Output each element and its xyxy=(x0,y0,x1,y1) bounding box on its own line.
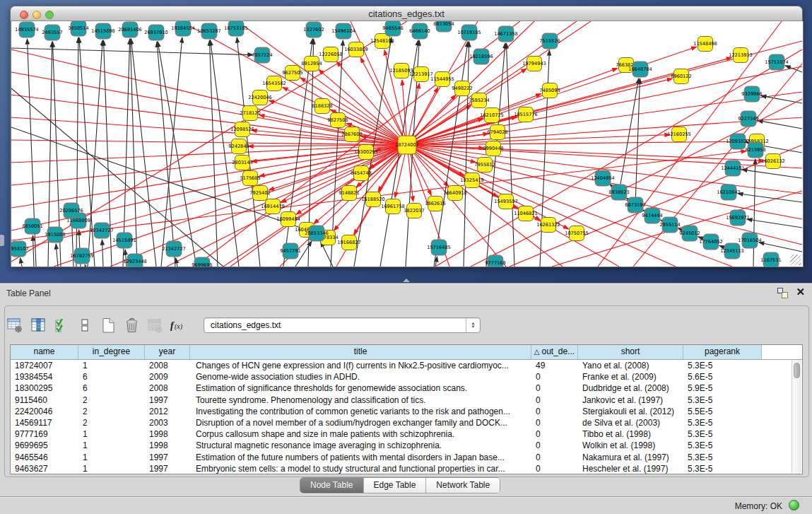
table-cell: 2009 xyxy=(145,371,190,382)
function-builder-button[interactable]: f(x) xyxy=(169,316,187,334)
import-table-button xyxy=(146,316,164,334)
network-select-dropdown[interactable]: citations_edges.txt ▲▼ xyxy=(204,317,481,333)
graph-node-label: 17016504 xyxy=(738,238,762,243)
graph-node-label: 14935574 xyxy=(15,27,39,33)
graph-node-label: 8186328 xyxy=(312,103,332,109)
table-cell: Estimation of the future numbers of pati… xyxy=(190,452,531,463)
graph-node-label: 12213913 xyxy=(729,52,753,58)
table-cell: 1997 xyxy=(145,395,190,406)
column-header-title[interactable]: title xyxy=(190,345,531,359)
graph-node-label: 1958107 xyxy=(11,246,29,252)
window-title-bar[interactable]: citations_edges.txt xyxy=(10,6,803,21)
table-cell: 0 xyxy=(531,440,578,451)
network-canvas[interactable]: 1872400712548104160338091222605889129549… xyxy=(11,21,804,267)
delete-column-button[interactable] xyxy=(122,316,141,334)
create-column-button[interactable] xyxy=(99,316,117,334)
scrollbar-thumb[interactable] xyxy=(794,363,800,378)
table-row[interactable]: 2242004622012Investigating the contribut… xyxy=(11,406,802,417)
graph-node-label: 12548104 xyxy=(370,38,394,44)
graph-node-label: 12404954 xyxy=(591,175,615,181)
table-row[interactable]: 969969511998Structural magnetic resonanc… xyxy=(11,440,802,451)
graph-node-label: 6466140 xyxy=(409,28,430,34)
column-header-year[interactable]: year xyxy=(145,345,190,359)
table-cell: 1998 xyxy=(145,428,190,440)
table-row[interactable]: 946554611997Estimation of the future num… xyxy=(11,452,802,463)
graph-node-label: 7485093 xyxy=(539,88,560,93)
graph-node-label: 16026132 xyxy=(761,158,785,164)
graph-node-label: 15188520 xyxy=(361,197,385,202)
table-panel-title: Table Panel xyxy=(6,288,51,298)
graph-node-label: 12444151 xyxy=(721,165,745,171)
memory-status-indicator[interactable] xyxy=(789,500,799,510)
select-all-button[interactable] xyxy=(52,316,71,334)
table-cell: Hescheler et al. (1997) xyxy=(578,463,683,474)
hidden-panel-grip[interactable] xyxy=(0,235,4,246)
tab-node-table[interactable]: Node Table xyxy=(300,478,363,493)
table-row[interactable]: 977716911998Corpus callosum shape and si… xyxy=(11,428,802,440)
table-options-button[interactable] xyxy=(6,316,24,334)
tab-edge-table[interactable]: Edge Table xyxy=(363,478,426,493)
graph-node-label: 18724007 xyxy=(395,142,419,148)
table-cell: 0 xyxy=(531,406,578,417)
column-header-name[interactable]: name xyxy=(11,345,78,359)
graph-edge xyxy=(753,159,755,267)
table-row[interactable]: 1830029562008Estimation of significance … xyxy=(11,382,802,394)
table-row[interactable]: 946362711997Embryonic stem cells: a mode… xyxy=(11,463,802,474)
panel-splitter-handle[interactable] xyxy=(403,279,410,282)
table-cell: 9465546 xyxy=(11,452,78,463)
graph-node-label: 1327602 xyxy=(303,27,324,33)
graph-node-label: 2867608 xyxy=(341,132,362,137)
tab-network-table[interactable]: Network Table xyxy=(425,478,500,493)
graph-node-label: 16961758 xyxy=(381,204,405,209)
citation-graph[interactable]: 1872400712548104160338091222605889129549… xyxy=(11,21,803,267)
table-cell: 1 xyxy=(78,428,145,440)
graph-node-label: 20691406 xyxy=(118,27,142,33)
graph-edge xyxy=(540,50,549,267)
graph-node-label: 19166827 xyxy=(337,240,361,245)
graph-edge xyxy=(56,244,58,267)
column-header-short[interactable]: short xyxy=(578,345,683,359)
table-row[interactable]: 911546021997Tourette syndrome. Phenomeno… xyxy=(11,395,802,406)
dropdown-stepper-icon: ▲▼ xyxy=(466,318,480,332)
table-cell: Wolkin et al. (1998) xyxy=(578,440,683,451)
graph-node-label: 14671358 xyxy=(494,31,518,37)
table-cell: 9699695 xyxy=(11,440,78,451)
table-tabs: Node TableEdge TableNetwork Table xyxy=(300,477,500,493)
column-visibility-button[interactable] xyxy=(29,316,47,334)
table-cell: 9463627 xyxy=(11,463,78,474)
table-cell: 5.3E-5 xyxy=(683,360,762,371)
graph-edge xyxy=(161,37,182,267)
graph-edge xyxy=(131,39,156,267)
column-header-pagerank[interactable]: pagerank xyxy=(683,345,762,359)
sort-ascending-icon: △ xyxy=(534,348,540,356)
table-row[interactable]: 1872400712008Changes of HCN gene express… xyxy=(11,360,802,371)
node-table: namein_degreeyeartitle△out_de...shortpag… xyxy=(10,344,803,474)
graph-node-label: 8960122 xyxy=(671,74,691,79)
float-panel-icon[interactable] xyxy=(777,288,788,298)
graph-node-label: 9627505 xyxy=(282,70,302,76)
table-cell: Corpus callosum shape and size in male p… xyxy=(190,428,531,440)
close-panel-icon[interactable]: ✕ xyxy=(796,286,805,298)
column-header-out_de[interactable]: △out_de... xyxy=(531,345,578,359)
window-title: citations_edges.txt xyxy=(11,8,802,19)
graph-node-label: 15751074 xyxy=(765,59,789,65)
graph-node-label: 12185093 xyxy=(389,68,413,74)
table-vertical-scrollbar[interactable] xyxy=(792,360,801,473)
table-cell: 5.3E-5 xyxy=(683,428,762,440)
graph-node-label: 11544955 xyxy=(430,76,454,82)
row-toggle-button[interactable] xyxy=(76,316,94,334)
graph-node-label: 8454749 xyxy=(351,170,371,176)
graph-node-label: 18300295 xyxy=(354,149,378,155)
graph-node-label: 9777169 xyxy=(485,260,505,266)
graph-node-label: 16640910 xyxy=(443,190,467,196)
graph-node-label: 7515526 xyxy=(539,38,560,44)
graph-node-label: 8912954 xyxy=(301,61,322,66)
table-cell: 5.3E-5 xyxy=(683,463,762,474)
table-cell: Yano et al. (2008) xyxy=(578,360,683,371)
graph-node-label: 12342727 xyxy=(90,228,114,233)
column-header-in_degree[interactable]: in_degree xyxy=(78,345,145,359)
table-row[interactable]: 1456911722003Disruption of a novel membe… xyxy=(11,417,802,428)
window-resize-grip[interactable] xyxy=(790,255,801,265)
table-row[interactable]: 1938455462009Genome-wide association stu… xyxy=(11,371,802,382)
graph-node-label: 16914479 xyxy=(261,204,285,209)
